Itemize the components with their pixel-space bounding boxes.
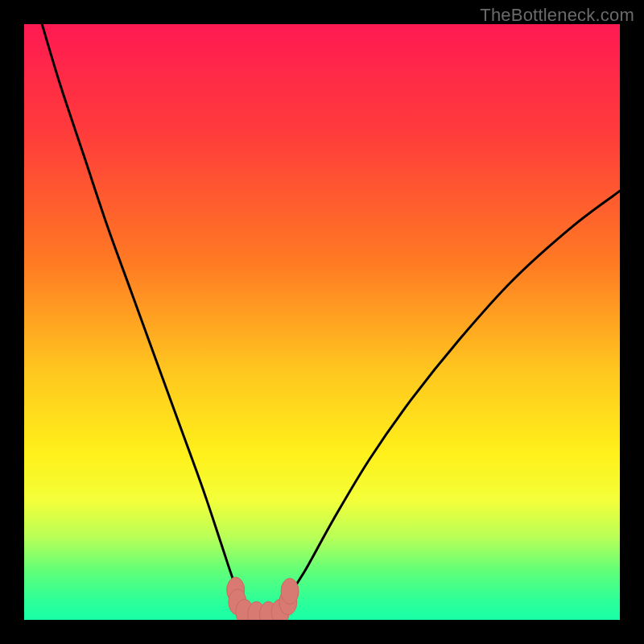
watermark-text: TheBottleneck.com (480, 5, 634, 26)
chart-frame: TheBottleneck.com (0, 0, 644, 644)
bottleneck-chart (24, 24, 620, 620)
plot-area (24, 24, 620, 620)
gradient-background (24, 24, 620, 620)
marker-dot (281, 578, 299, 604)
